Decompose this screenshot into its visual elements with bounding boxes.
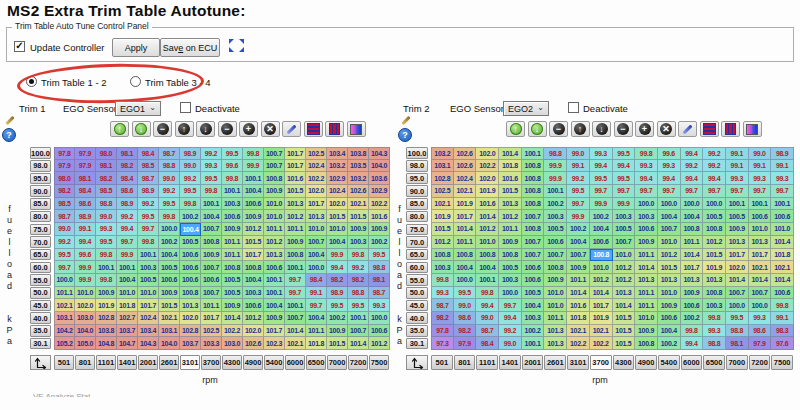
table-cell[interactable]: 104.0 xyxy=(75,325,96,338)
table-cell[interactable]: 99.7 xyxy=(658,185,681,198)
table-cell[interactable]: 100.6 xyxy=(771,210,794,223)
table-cell[interactable]: 100.6 xyxy=(590,236,613,249)
table-cell[interactable]: 98.7 xyxy=(369,287,390,300)
clear-cell-button[interactable]: ✕ xyxy=(657,121,676,137)
table-cell[interactable]: 101.1 xyxy=(285,223,306,236)
row-header[interactable]: 50.0 xyxy=(30,287,51,299)
table-cell[interactable]: 100.9 xyxy=(264,185,285,198)
row-header[interactable]: 65.0 xyxy=(406,249,428,261)
table-cell[interactable]: 99.0 xyxy=(499,337,522,350)
rpm-axis-button[interactable]: 7200 xyxy=(348,355,368,370)
table-cell[interactable]: 102.1 xyxy=(749,261,772,274)
table-cell[interactable]: 100.2 xyxy=(544,198,567,211)
table-cell[interactable]: 102.1 xyxy=(771,261,794,274)
row-header[interactable]: 30.1 xyxy=(406,338,428,350)
table-cell[interactable]: 100.7 xyxy=(522,249,545,262)
table-cell[interactable]: 100.8 xyxy=(431,249,454,262)
table-cell[interactable]: 100.6 xyxy=(264,261,285,274)
table-cell[interactable]: 101.5 xyxy=(431,223,454,236)
rpm-axis-button[interactable]: 4900 xyxy=(635,355,657,370)
table-cell[interactable]: 100.1 xyxy=(138,249,159,262)
table-cell[interactable]: 102.1 xyxy=(590,325,613,338)
rpm-axis-button[interactable]: 501 xyxy=(431,355,453,370)
table-cell[interactable]: 101.0 xyxy=(544,287,567,300)
table-cell[interactable]: 100.8 xyxy=(499,249,522,262)
table-cell[interactable]: 98.8 xyxy=(703,337,726,350)
table-cell[interactable]: 101.0 xyxy=(635,312,658,325)
table-cell[interactable]: 99.7 xyxy=(117,236,138,249)
table-cell[interactable]: 99.7 xyxy=(771,185,794,198)
table-cell[interactable]: 98.2 xyxy=(431,312,454,325)
table-cell[interactable]: 100.1 xyxy=(117,261,138,274)
smooth-rows-button[interactable] xyxy=(304,121,323,137)
table-cell[interactable]: 101.0 xyxy=(264,210,285,223)
table-cell[interactable]: 97.9 xyxy=(454,337,477,350)
table-cell[interactable]: 100.6 xyxy=(201,274,222,287)
table-cell[interactable]: 101.4 xyxy=(222,312,243,325)
row-header[interactable]: 85.0 xyxy=(30,198,51,210)
table-cell[interactable]: 104.2 xyxy=(54,325,75,338)
table-cell[interactable]: 99.4 xyxy=(658,172,681,185)
table-cell[interactable]: 100.9 xyxy=(222,299,243,312)
rpm-axis-button[interactable]: 2601 xyxy=(159,355,179,370)
table-cell[interactable]: 100.0 xyxy=(454,274,477,287)
table-cell[interactable]: 100.9 xyxy=(348,223,369,236)
row-header[interactable]: 90.0 xyxy=(30,185,51,197)
table-cell[interactable]: 99.8 xyxy=(222,172,243,185)
table-cell[interactable]: 102.2 xyxy=(590,337,613,350)
table-cell[interactable]: 100.5 xyxy=(222,287,243,300)
table-cell[interactable]: 98.2 xyxy=(327,274,348,287)
table-cell[interactable]: 100.8 xyxy=(522,185,545,198)
table-cell[interactable]: 100.6 xyxy=(243,198,264,211)
table-cell[interactable]: 102.8 xyxy=(96,312,117,325)
table-cell[interactable]: 101.0 xyxy=(771,223,794,236)
table-cell[interactable]: 101.0 xyxy=(264,198,285,211)
table-cell[interactable]: 99.9 xyxy=(75,274,96,287)
increment-button[interactable]: + xyxy=(635,121,654,137)
table-cell[interactable]: 100.0 xyxy=(499,287,522,300)
table-cell[interactable]: 101.0 xyxy=(658,236,681,249)
table-cell[interactable]: 98.4 xyxy=(476,337,499,350)
table-cell[interactable]: 99.8 xyxy=(96,249,117,262)
row-header[interactable]: 75.0 xyxy=(406,224,428,236)
table-cell[interactable]: 100.1 xyxy=(749,198,772,211)
table-cell[interactable]: 101.2 xyxy=(369,337,390,350)
table-cell[interactable]: 100.0 xyxy=(159,223,180,236)
table-cell[interactable]: 101.3 xyxy=(613,287,636,300)
table-cell[interactable]: 101.9 xyxy=(454,198,477,211)
table-cell[interactable]: 100.3 xyxy=(431,261,454,274)
table-cell[interactable]: 100.4 xyxy=(681,210,704,223)
table-cell[interactable]: 101.3 xyxy=(703,274,726,287)
table-cell[interactable]: 98.6 xyxy=(117,185,138,198)
table-cell[interactable]: 103.0 xyxy=(222,337,243,350)
table-cell[interactable]: 99.7 xyxy=(635,185,658,198)
table-cell[interactable]: 101.5 xyxy=(613,325,636,338)
row-header[interactable]: 60.0 xyxy=(30,262,51,274)
table-cell[interactable]: 102.5 xyxy=(431,185,454,198)
table-cell[interactable]: 99.9 xyxy=(590,198,613,211)
table-cell[interactable]: 99.3 xyxy=(703,325,726,338)
table-cell[interactable]: 101.5 xyxy=(285,185,306,198)
table-cell[interactable]: 100.8 xyxy=(222,261,243,274)
table-cell[interactable]: 101.1 xyxy=(222,249,243,262)
table-cell[interactable]: 103.5 xyxy=(348,160,369,173)
table-cell[interactable]: 100.6 xyxy=(681,299,704,312)
table-cell[interactable]: 99.7 xyxy=(285,287,306,300)
table-cell[interactable]: 100.9 xyxy=(96,287,117,300)
table-cell[interactable]: 103.1 xyxy=(159,325,180,338)
table-cell[interactable]: 100.7 xyxy=(264,147,285,160)
update-controller-label[interactable]: Update Controller xyxy=(30,42,104,53)
increment-button[interactable]: + xyxy=(239,121,258,137)
table-cell[interactable]: 99.4 xyxy=(75,236,96,249)
table-cell[interactable]: 100.4 xyxy=(117,274,138,287)
table-cell[interactable]: 100.8 xyxy=(522,198,545,211)
table-cell[interactable]: 101.4 xyxy=(348,337,369,350)
table-cell[interactable]: 99.8 xyxy=(681,325,704,338)
table-cell[interactable]: 99.0 xyxy=(180,160,201,173)
smooth-columns-button[interactable] xyxy=(325,121,344,137)
row-header[interactable]: 40.0 xyxy=(30,312,51,324)
table-cell[interactable]: 102.2 xyxy=(476,160,499,173)
table-cell[interactable]: 99.5 xyxy=(613,147,636,160)
table-cell[interactable]: 99.2 xyxy=(159,185,180,198)
table-cell[interactable]: 98.1 xyxy=(726,337,749,350)
